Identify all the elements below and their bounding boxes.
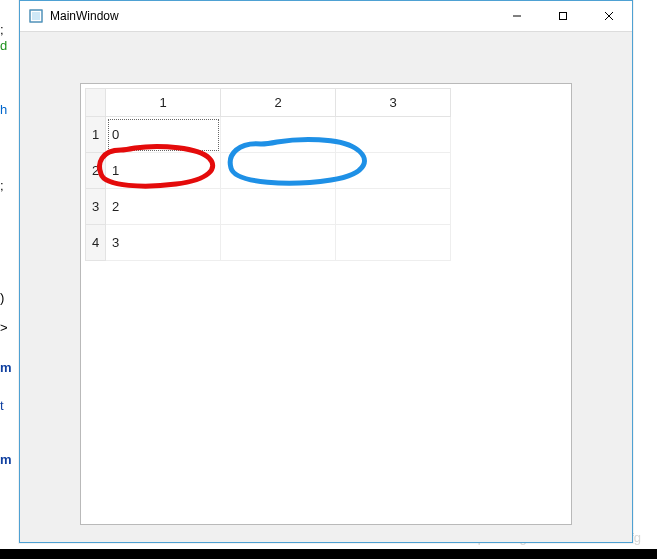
cell[interactable] [336,225,451,261]
table-row: 1 0 [86,117,451,153]
bg-fragment: ; [0,22,4,38]
svg-rect-2 [32,12,40,20]
table-frame: 1 2 3 1 0 2 [80,83,572,525]
bg-fragment: > [0,320,8,336]
row-header[interactable]: 4 [86,225,106,261]
cell[interactable] [221,225,336,261]
cell[interactable] [336,117,451,153]
bg-fragment: d [0,38,7,54]
minimize-button[interactable] [494,1,540,31]
row-header[interactable]: 1 [86,117,106,153]
row-header[interactable]: 2 [86,153,106,189]
column-header[interactable]: 2 [221,89,336,117]
bg-fragment: m [0,452,12,468]
cell[interactable]: 3 [106,225,221,261]
svg-rect-4 [560,13,567,20]
maximize-button[interactable] [540,1,586,31]
row-header[interactable]: 3 [86,189,106,225]
bg-fragment: h [0,102,7,118]
main-window: MainWindow 1 [19,0,633,543]
data-table[interactable]: 1 2 3 1 0 2 [85,88,451,261]
app-icon [28,8,44,24]
table-row: 3 2 [86,189,451,225]
cell[interactable] [336,153,451,189]
titlebar[interactable]: MainWindow [20,1,632,32]
maximize-icon [558,11,568,21]
cell[interactable] [336,189,451,225]
bg-fragment: ; [0,178,4,194]
close-icon [604,11,614,21]
cell[interactable]: 0 [106,117,221,153]
cell[interactable] [221,117,336,153]
bg-fragment: t [0,398,4,414]
cell[interactable]: 2 [106,189,221,225]
taskbar-strip [0,549,657,559]
column-header[interactable]: 1 [106,89,221,117]
cell[interactable] [221,153,336,189]
bg-fragment: m [0,360,12,376]
table-row: 4 3 [86,225,451,261]
table-corner[interactable] [86,89,106,117]
minimize-icon [512,11,522,21]
column-header[interactable]: 3 [336,89,451,117]
window-title: MainWindow [50,9,494,23]
cell[interactable]: 1 [106,153,221,189]
close-button[interactable] [586,1,632,31]
cell[interactable] [221,189,336,225]
bg-fragment: ) [0,290,4,306]
table-row: 2 1 [86,153,451,189]
client-area: 1 2 3 1 0 2 [28,39,624,534]
